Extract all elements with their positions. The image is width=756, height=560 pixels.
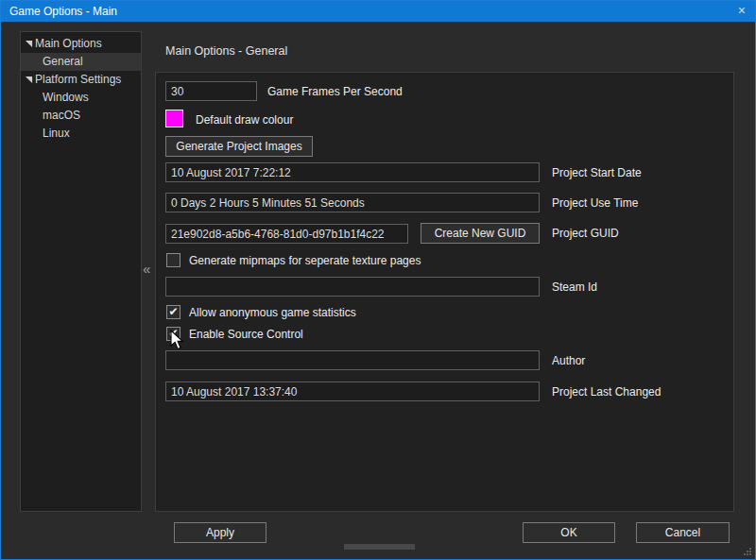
- mipmaps-label: Generate mipmaps for seperate texture pa…: [189, 254, 421, 268]
- project-use-time-label: Project Use Time: [552, 196, 638, 211]
- steam-id-label: Steam Id: [552, 280, 597, 295]
- project-start-date-label: Project Start Date: [552, 166, 642, 180]
- author-input[interactable]: [165, 350, 540, 370]
- tree-expanded-icon[interactable]: [25, 76, 33, 84]
- tree-item-label: Linux: [43, 125, 70, 143]
- project-last-changed-input[interactable]: [165, 382, 540, 401]
- title-bar[interactable]: Game Options - Main ×: [1, 1, 755, 22]
- source-control-checkbox[interactable]: ✔: [166, 327, 180, 341]
- horizontal-scrollbar-thumb[interactable]: [344, 544, 415, 550]
- apply-button[interactable]: Apply: [174, 522, 266, 543]
- tree-item-label: macOS: [43, 107, 80, 125]
- source-control-label: Enable Source Control: [189, 328, 303, 342]
- cancel-button[interactable]: Cancel: [636, 522, 730, 543]
- tree-item-linux[interactable]: Linux: [21, 125, 141, 143]
- tree-item-main-options[interactable]: Main Options: [21, 35, 141, 53]
- project-start-date-input[interactable]: [165, 162, 540, 182]
- project-last-changed-label: Project Last Changed: [552, 385, 661, 399]
- sidebar-collapse-icon[interactable]: «: [143, 262, 150, 276]
- tree-expanded-icon[interactable]: [25, 40, 33, 48]
- page-title: Main Options - General: [165, 44, 287, 58]
- game-options-window: Game Options - Main × Main Options Gener…: [0, 0, 756, 560]
- check-icon: ✔: [168, 305, 178, 318]
- fps-label: Game Frames Per Second: [267, 85, 403, 99]
- create-new-guid-button[interactable]: Create New GUID: [421, 223, 540, 244]
- resize-grip-icon[interactable]: [742, 546, 752, 556]
- statistics-checkbox[interactable]: ✔: [166, 305, 180, 319]
- general-options-panel: Game Frames Per Second Default draw colo…: [155, 72, 734, 512]
- ok-button[interactable]: OK: [523, 522, 615, 543]
- project-guid-input[interactable]: [165, 224, 408, 244]
- window-title: Game Options - Main: [9, 1, 117, 22]
- tree-item-platform-settings[interactable]: Platform Settings: [21, 71, 141, 89]
- author-label: Author: [552, 354, 585, 368]
- draw-colour-label: Default draw colour: [196, 113, 293, 127]
- check-icon: ✔: [168, 327, 178, 340]
- tree-item-label: Main Options: [35, 35, 102, 53]
- tree-item-general[interactable]: General: [21, 53, 141, 71]
- draw-colour-swatch[interactable]: [165, 110, 183, 127]
- project-use-time-input[interactable]: [165, 193, 540, 212]
- mipmaps-checkbox[interactable]: [166, 253, 180, 267]
- generate-project-images-button[interactable]: Generate Project Images: [165, 136, 313, 157]
- statistics-label: Allow anonymous game statistics: [189, 306, 356, 320]
- project-guid-label: Project GUID: [552, 227, 619, 241]
- tree-item-label: General: [43, 53, 83, 71]
- tree-item-label: Platform Settings: [35, 71, 121, 89]
- close-icon[interactable]: ×: [738, 1, 746, 21]
- tree-item-label: Windows: [43, 89, 89, 107]
- tree-item-windows[interactable]: Windows: [21, 89, 141, 107]
- tree-item-macos[interactable]: macOS: [21, 107, 141, 125]
- steam-id-input[interactable]: [165, 277, 540, 297]
- fps-input[interactable]: [165, 81, 257, 101]
- options-tree: Main Options General Platform Settings W…: [20, 31, 142, 512]
